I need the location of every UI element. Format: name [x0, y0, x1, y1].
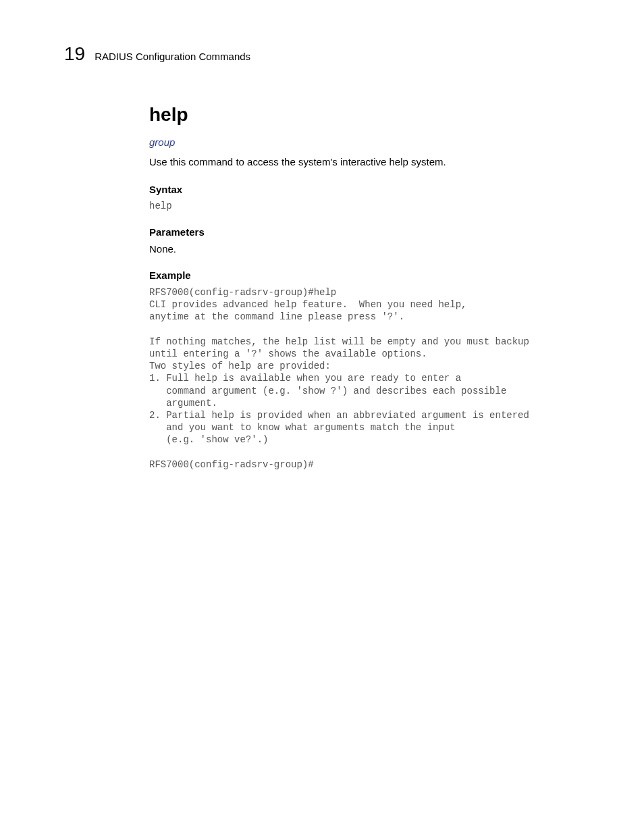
parameters-heading: Parameters [149, 226, 580, 238]
chapter-number: 19 [64, 43, 85, 65]
chapter-title: RADIUS Configuration Commands [95, 51, 250, 62]
command-description: Use this command to access the system's … [149, 155, 580, 169]
parameters-value: None. [149, 243, 580, 255]
content-area: help group Use this command to access th… [149, 104, 580, 471]
page-header: 19 RADIUS Configuration Commands [64, 43, 580, 65]
command-heading: help [149, 104, 580, 126]
group-link[interactable]: group [149, 136, 580, 148]
syntax-heading: Syntax [149, 184, 580, 195]
example-heading: Example [149, 269, 580, 281]
example-code: RFS7000(config-radsrv-group)#help CLI pr… [149, 286, 580, 471]
page-container: 19 RADIUS Configuration Commands help gr… [0, 0, 644, 511]
syntax-code: help [149, 201, 580, 211]
